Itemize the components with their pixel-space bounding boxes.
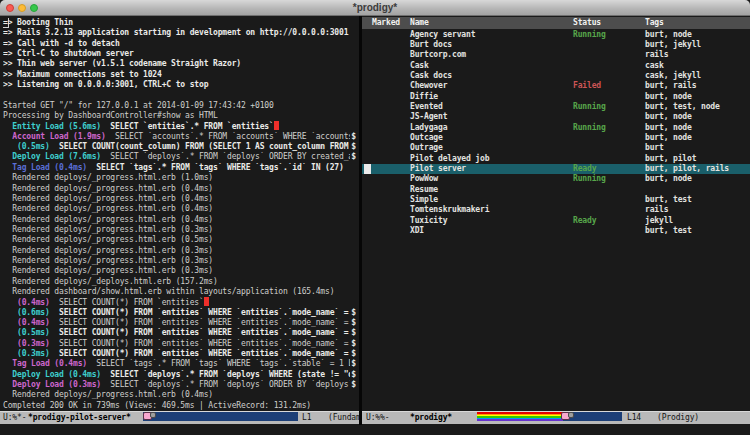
- truncation-indicator: $: [350, 359, 356, 369]
- service-row[interactable]: Pilot delayed jobburt, pilot: [362, 154, 750, 164]
- service-row[interactable]: ChewoverFailedburt, rails: [362, 81, 750, 91]
- log-line: Deploy Load (7.6ms) SELECT `deploys`.* F…: [3, 152, 356, 162]
- service-tags: cask, jekyll: [645, 71, 701, 81]
- truncation-indicator: $: [350, 132, 356, 142]
- log-line: => Rails 3.2.13 application starting in …: [3, 28, 356, 38]
- major-mode-indicator: (Fundamen: [328, 412, 359, 424]
- service-tags: burt, node: [645, 133, 692, 143]
- log-line: => Ctrl-C to shutdown server: [3, 49, 356, 59]
- log-line: Tag Load (0.4ms) SELECT `tags`.* FROM `t…: [3, 163, 356, 173]
- service-row[interactable]: Burtcorp.comrails: [362, 50, 750, 60]
- log-line: (0.3ms) SELECT COUNT(*) FROM `entities` …: [3, 339, 356, 349]
- service-row[interactable]: PowWowRunningburt, node: [362, 174, 750, 184]
- nyan-cat-icon: [561, 412, 574, 422]
- service-tags: rails: [645, 205, 668, 215]
- buffer-state-indicator: U:%*-: [3, 412, 26, 424]
- service-name: Burt docs: [410, 40, 452, 50]
- column-header-marked[interactable]: Marked: [372, 17, 400, 29]
- log-line: Started GET "/" for 127.0.0.1 at 2014-01…: [3, 101, 356, 111]
- nyan-progress-bar: [477, 412, 622, 421]
- service-tags: burt, node: [645, 123, 692, 133]
- service-name: Cask: [410, 61, 429, 71]
- service-row[interactable]: Diffieburt, node: [362, 92, 750, 102]
- service-row[interactable]: XDIburt, test: [362, 226, 750, 236]
- buffer-name: *prodigy-pilot-server*: [28, 412, 131, 424]
- truncation-indicator: $: [350, 308, 356, 318]
- service-status: Ready: [573, 164, 596, 174]
- service-name: Diffie: [410, 92, 438, 102]
- log-line: Account Load (1.9ms) SELECT `accounts`.*…: [3, 132, 356, 142]
- service-name: Simple: [410, 195, 438, 205]
- truncation-indicator: $: [350, 142, 356, 152]
- column-header-tags[interactable]: Tags: [645, 17, 664, 29]
- truncation-indicator: $: [350, 339, 356, 349]
- service-row[interactable]: Agency servantRunningburt, node: [362, 30, 750, 40]
- service-row[interactable]: TuxicityReadyjekyll: [362, 216, 750, 226]
- service-tags: rails: [645, 50, 668, 60]
- service-name: Outcage: [410, 133, 443, 143]
- log-line: >> Listening on 0.0.0.0:3001, CTRL+C to …: [3, 80, 356, 90]
- service-row[interactable]: Cask docscask, jekyll: [362, 71, 750, 81]
- service-row[interactable]: EventedRunningburt, test, node: [362, 102, 750, 112]
- log-line: Rendered deploys/_progress.html.erb (0.3…: [3, 246, 356, 256]
- service-row[interactable]: Caskcask: [362, 61, 750, 71]
- cursor-block: [364, 164, 371, 174]
- service-row[interactable]: Outrageburt: [362, 143, 750, 153]
- trailing-whitespace-highlight: [274, 121, 279, 130]
- service-row[interactable]: JS-Agentburt, node: [362, 112, 750, 122]
- service-row[interactable]: Outcageburt, node: [362, 133, 750, 143]
- service-tags: burt, node: [645, 174, 692, 184]
- table-header: MarkedNameStatusTags: [362, 17, 750, 29]
- service-name: Outrage: [410, 143, 443, 153]
- log-line: (0.5ms) SELECT COUNT(count_column) FROM …: [3, 142, 356, 152]
- log-line: Tag Load (0.4ms) SELECT `tags`.* FROM `t…: [3, 359, 356, 369]
- log-line: Rendered deploys/_progress.html.erb (0.5…: [3, 235, 356, 245]
- nyan-progress-bar: [143, 412, 298, 421]
- log-line: Rendered deploys/_progress.html.erb (0.4…: [3, 204, 356, 214]
- log-line: Rendered deploys/_progress.html.erb (0.3…: [3, 266, 356, 276]
- log-line: Rendered deploys/_progress.html.erb (0.4…: [3, 194, 356, 204]
- column-header-name[interactable]: Name: [410, 17, 429, 29]
- buffer-state-indicator: U:%%-: [366, 412, 389, 424]
- service-row[interactable]: Tomtenskrukmakerirails: [362, 205, 750, 215]
- truncation-indicator: $: [350, 370, 356, 380]
- service-status: Ready: [573, 216, 596, 226]
- service-tags: jekyll: [645, 216, 673, 226]
- column-header-status[interactable]: Status: [573, 17, 601, 29]
- log-line: (0.6ms) SELECT COUNT(*) FROM `entities` …: [3, 308, 356, 318]
- log-line: Deploy Load (0.3ms) SELECT `deploys`.* F…: [3, 380, 356, 390]
- service-name: Evented: [410, 102, 443, 112]
- log-line: Rendered deploys/_progress.html.erb (1.0…: [3, 173, 356, 183]
- service-name: Tomtenskrukmakeri: [410, 205, 489, 215]
- service-name: Ladygaga: [410, 123, 447, 133]
- log-line: Rendered deploys/_deploys.html.erb (157.…: [3, 277, 356, 287]
- service-row[interactable]: Burt docsburt, jekyll: [362, 40, 750, 50]
- trailing-whitespace-highlight: [204, 297, 209, 306]
- service-tags: burt, node: [645, 92, 692, 102]
- service-status: Running: [573, 30, 606, 40]
- log-line: (0.4ms) SELECT COUNT(*) FROM `entities`: [3, 297, 356, 307]
- nyan-cat-icon: [143, 412, 156, 422]
- echo-area: [0, 425, 750, 435]
- line-number-indicator: L14: [627, 412, 641, 424]
- log-line: Rendered deploys/_progress.html.erb (0.4…: [3, 215, 356, 225]
- log-line: => Call with -d to detach: [3, 39, 356, 49]
- major-mode-indicator: (Prodigy): [657, 412, 699, 424]
- log-line: [3, 90, 356, 100]
- prodigy-services-window[interactable]: MarkedNameStatusTags Agency servantRunni…: [362, 16, 750, 411]
- title-bar[interactable]: *prodigy*: [0, 0, 750, 16]
- service-row[interactable]: LadygagaRunningburt, node: [362, 123, 750, 133]
- service-row[interactable]: Resume: [362, 185, 750, 195]
- process-output-window[interactable]: => Booting Thin=> Rails 3.2.13 applicati…: [0, 16, 359, 411]
- truncation-indicator: $: [350, 152, 356, 162]
- mode-line-left: U:%*- *prodigy-pilot-server* L1 (Fundame…: [0, 411, 359, 424]
- service-status: Running: [573, 123, 606, 133]
- log-line: (0.3ms) SELECT COUNT(*) FROM `entities` …: [3, 349, 356, 359]
- service-row[interactable]: Simpleburt, test: [362, 195, 750, 205]
- service-tags: burt, pilot, rails: [645, 164, 729, 174]
- service-tags: burt, node: [645, 112, 692, 122]
- service-name: Agency servant: [410, 30, 475, 40]
- service-name: PowWow: [410, 174, 438, 184]
- log-line: Rendered dashboard/show.html.erb within …: [3, 287, 356, 297]
- service-row[interactable]: Pilot serverReadyburt, pilot, rails: [362, 164, 750, 174]
